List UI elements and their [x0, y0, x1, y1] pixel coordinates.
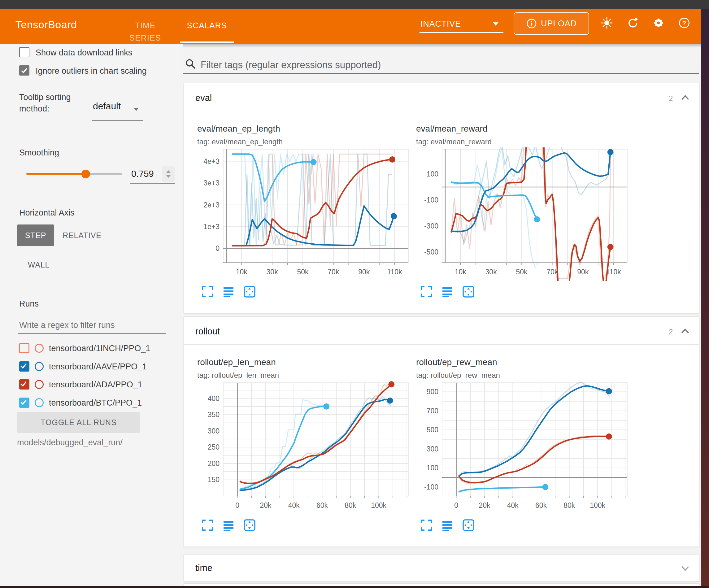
svg-text:300: 300	[208, 427, 219, 435]
run-label: tensorboard/AAVE/PPO_1	[49, 362, 147, 372]
chart-tag: tag: eval/mean_reward	[416, 137, 492, 146]
svg-text:100k: 100k	[590, 501, 605, 509]
tab-time-series[interactable]: TIME SERIES	[119, 19, 172, 32]
section-title-eval[interactable]: eval	[195, 93, 212, 103]
fit-to-view-icon[interactable]	[462, 285, 475, 299]
upload-label: UPLOAD	[541, 19, 577, 28]
chart-toolbar	[420, 285, 475, 299]
run-solo-radio[interactable]	[35, 398, 44, 407]
scrollbar-strip[interactable]	[701, 9, 709, 588]
stepper-up-icon[interactable]	[166, 170, 170, 173]
smoothing-slider-fill	[26, 173, 86, 175]
chart-title: eval/mean_reward	[416, 124, 487, 134]
runs-filter-input[interactable]: Write a regex to filter runs	[19, 321, 115, 330]
svg-text:700: 700	[427, 407, 439, 415]
svg-text:30k: 30k	[267, 268, 278, 276]
fit-to-view-icon[interactable]	[243, 285, 256, 299]
svg-text:-300: -300	[424, 222, 439, 230]
data-table-icon[interactable]	[222, 518, 235, 532]
app-title: TensorBoard	[16, 19, 77, 31]
run-solo-radio[interactable]	[35, 362, 44, 371]
chart-tag: tag: eval/mean_ep_length	[197, 137, 283, 146]
chevron-down-icon[interactable]	[134, 108, 139, 111]
axis-wall-button[interactable]: WALL	[23, 254, 54, 276]
run-checkbox[interactable]	[19, 361, 29, 372]
chevron-up-icon[interactable]	[680, 326, 690, 337]
svg-text:20k: 20k	[479, 501, 491, 509]
data-table-icon[interactable]	[441, 518, 454, 532]
tooltip-sorting-underline	[92, 120, 143, 121]
filter-tags-input[interactable]: Filter tags (regular expressions support…	[201, 59, 381, 71]
rollout-ep-rew-mean-plot[interactable]: -100100300500700900020k40k60k80k100k	[416, 381, 629, 515]
eval-mean-reward-plot[interactable]: 100-100-300-50010k30k50k70k90k110k	[416, 147, 629, 281]
tensorboard-app: { "header": { "app_title": "TensorBoard"…	[0, 0, 709, 588]
data-table-icon[interactable]	[222, 285, 235, 299]
run-checkbox[interactable]	[19, 343, 29, 353]
rollout-ep-len-mean-plot[interactable]: 150200250300350400020k40k60k80k100k	[196, 381, 410, 515]
upload-button[interactable]: UPLOAD	[514, 12, 589, 35]
svg-text:50k: 50k	[516, 268, 528, 276]
svg-text:-100: -100	[424, 483, 439, 491]
runs-filter-underline	[18, 333, 166, 334]
run-solo-radio[interactable]	[35, 380, 44, 389]
chevron-down-icon[interactable]	[493, 22, 498, 26]
app-header	[0, 9, 701, 44]
chevron-up-icon[interactable]	[680, 93, 690, 103]
browser-top-strip	[0, 0, 709, 9]
fullscreen-icon[interactable]	[201, 518, 214, 532]
chart-tag: tag: rollout/ep_rew_mean	[416, 371, 500, 380]
svg-text:-500: -500	[424, 248, 439, 256]
svg-text:40k: 40k	[288, 501, 300, 509]
svg-text:50k: 50k	[297, 268, 309, 276]
svg-text:100k: 100k	[371, 501, 386, 509]
tooltip-sorting-label: Tooltip sorting method:	[19, 92, 97, 114]
axis-relative-button[interactable]: RELATIVE	[62, 225, 102, 246]
fullscreen-icon[interactable]	[420, 285, 433, 299]
fit-to-view-icon[interactable]	[243, 518, 256, 532]
section-title-rollout[interactable]: rollout	[195, 326, 220, 337]
svg-text:100: 100	[427, 464, 439, 472]
toggle-all-runs-button[interactable]: TOGGLE ALL RUNS	[17, 412, 140, 433]
help-icon[interactable]: ?	[678, 17, 690, 29]
ignore-outliers-checkbox[interactable]	[19, 65, 29, 76]
refresh-icon[interactable]	[627, 17, 639, 29]
run-checkbox[interactable]	[19, 379, 29, 389]
svg-text:-100: -100	[424, 196, 439, 204]
run-row: tensorboard/ADA/PPO_1	[0, 376, 183, 393]
section-title-time[interactable]: time	[195, 563, 212, 573]
svg-text:80k: 80k	[563, 501, 575, 509]
svg-text:60k: 60k	[535, 501, 547, 509]
svg-text:0: 0	[215, 244, 219, 252]
smoothing-stepper[interactable]	[162, 166, 175, 182]
svg-text:70k: 70k	[327, 268, 339, 276]
smoothing-slider-handle[interactable]	[81, 170, 90, 178]
active-tab-indicator	[180, 42, 234, 43]
smoothing-value-input[interactable]: 0.759	[131, 169, 154, 179]
runs-path-label: models/debugged_eval_run/	[17, 438, 123, 448]
eval-mean-ep-length-plot[interactable]: 01e+32e+33e+34e+310k30k50k70k90k110k	[196, 147, 410, 281]
fullscreen-icon[interactable]	[420, 518, 433, 532]
run-checkbox[interactable]	[19, 398, 29, 408]
runs-heading: Runs	[19, 299, 39, 309]
axis-step-button[interactable]: STEP	[17, 225, 54, 246]
run-solo-radio[interactable]	[35, 344, 44, 353]
run-row: tensorboard/AAVE/PPO_1	[0, 358, 183, 376]
runs-list: tensorboard/1INCH/PPO_1tensorboard/AAVE/…	[0, 339, 183, 412]
status-underline	[420, 32, 503, 33]
status-dropdown[interactable]: INACTIVE	[420, 19, 461, 29]
chevron-down-icon[interactable]	[680, 563, 690, 573]
fullscreen-icon[interactable]	[201, 285, 214, 299]
run-label: tensorboard/ADA/PPO_1	[49, 380, 142, 389]
stepper-down-icon[interactable]	[166, 175, 170, 178]
tab-scalars[interactable]: SCALARS	[180, 19, 234, 32]
brightness-icon[interactable]	[601, 17, 613, 29]
tooltip-sorting-select[interactable]: default	[93, 101, 121, 111]
fit-to-view-icon[interactable]	[462, 518, 475, 532]
settings-gear-icon[interactable]	[652, 17, 665, 29]
svg-text:90k: 90k	[577, 268, 589, 276]
svg-text:900: 900	[427, 388, 439, 396]
svg-text:250: 250	[208, 443, 219, 451]
show-download-links-checkbox[interactable]	[19, 47, 29, 57]
card-header-divider	[184, 111, 699, 111]
data-table-icon[interactable]	[441, 285, 454, 299]
